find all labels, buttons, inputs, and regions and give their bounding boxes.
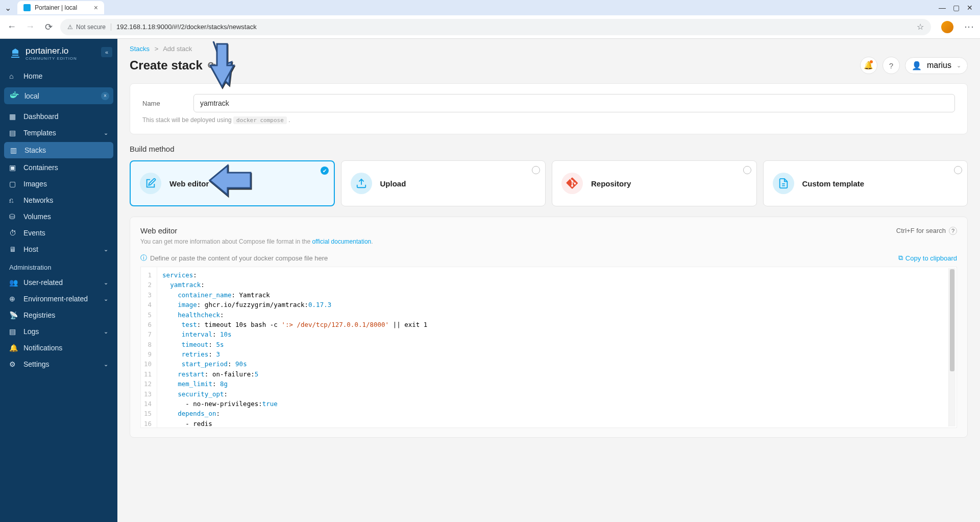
env-close-icon[interactable]: × <box>101 92 109 100</box>
window-controls: — ▢ ✕ <box>932 4 980 12</box>
code-editor[interactable]: 1234567891011121314151617181920 services… <box>140 267 957 428</box>
chevron-down-icon: ⌄ <box>957 62 961 69</box>
main-content: Stacks > Add stack Create stack ⟳ 🔔 ? 👤 … <box>117 39 980 522</box>
sidebar-item-images[interactable]: ▢Images <box>0 176 117 192</box>
sidebar-item-host[interactable]: 🖥Host⌄ <box>0 241 117 257</box>
back-button[interactable]: ← <box>5 20 18 34</box>
scrollbar-thumb[interactable] <box>950 269 954 371</box>
security-indicator[interactable]: ⚠ Not secure <box>67 23 111 31</box>
users-icon: 👥 <box>9 278 17 287</box>
sidebar-item-volumes[interactable]: ⛁Volumes <box>0 208 117 225</box>
editor-help-text: You can get more information about Compo… <box>140 238 957 245</box>
close-window-icon[interactable]: ✕ <box>967 4 973 12</box>
browser-tab[interactable]: Portainer | local × <box>17 1 104 14</box>
sidebar-environment-badge[interactable]: local × <box>4 87 113 104</box>
method-custom-template[interactable]: Custom template <box>763 160 968 206</box>
chevron-down-icon: ⌄ <box>104 279 108 286</box>
help-button[interactable]: ? <box>883 57 900 74</box>
maximize-icon[interactable]: ▢ <box>953 4 960 12</box>
sidebar-item-events[interactable]: ⏱Events <box>0 225 117 241</box>
sidebar-item-containers[interactable]: ▣Containers <box>0 159 117 176</box>
user-icon: 👤 <box>912 61 922 70</box>
portainer-logo-icon <box>9 48 21 60</box>
docker-icon <box>10 91 19 100</box>
notification-dot <box>870 60 873 63</box>
bookmark-star-icon[interactable]: ☆ <box>917 22 924 32</box>
tab-dropdown[interactable]: ⌄ <box>0 3 15 13</box>
chevron-down-icon: ⌄ <box>104 130 108 136</box>
method-title: Repository <box>591 179 631 188</box>
stack-name-input[interactable] <box>193 94 955 112</box>
file-icon <box>773 173 794 194</box>
sidebar-item-settings[interactable]: ⚙Settings⌄ <box>0 356 117 372</box>
copy-to-clipboard-button[interactable]: ⧉ Copy to clipboard <box>898 254 957 262</box>
sidebar-item-home[interactable]: ⌂ Home <box>0 68 117 84</box>
sidebar-item-env-related[interactable]: ⊕Environment-related⌄ <box>0 291 117 307</box>
refresh-icon[interactable]: ⟳ <box>208 60 215 71</box>
chevron-down-icon: ⌄ <box>104 246 108 253</box>
build-method-heading: Build method <box>130 145 968 153</box>
env-name: local <box>24 92 39 100</box>
breadcrumb-current: Add stack <box>163 45 192 53</box>
sidebar-item-logs[interactable]: ▤Logs⌄ <box>0 323 117 340</box>
chevron-down-icon: ⌄ <box>104 328 108 335</box>
reload-button[interactable]: ⟳ <box>42 20 55 34</box>
browser-profile-avatar[interactable] <box>941 21 953 33</box>
git-icon <box>561 173 583 194</box>
user-name: marius <box>927 61 951 70</box>
minimize-icon[interactable]: — <box>939 4 946 12</box>
home-icon: ⌂ <box>9 72 17 80</box>
sidebar-item-registries[interactable]: 📡Registries <box>0 307 117 323</box>
url-input[interactable]: ⚠ Not secure 192.168.1.18:9000/#!/2/dock… <box>60 19 931 35</box>
method-title: Upload <box>380 179 406 188</box>
sidebar-item-dashboard[interactable]: ▦Dashboard <box>0 108 117 125</box>
breadcrumb: Stacks > Add stack <box>117 39 980 55</box>
user-menu[interactable]: 👤 marius ⌄ <box>905 57 968 74</box>
globe-icon: ⊕ <box>9 295 17 303</box>
sidebar-item-templates[interactable]: ▤Templates⌄ <box>0 125 117 141</box>
method-upload[interactable]: Upload <box>341 160 546 206</box>
sidebar-item-networks[interactable]: ⎌Networks <box>0 192 117 208</box>
bell-icon: 🔔 <box>9 344 17 352</box>
code-content[interactable]: services: yamtrack: container_name: Yamt… <box>157 267 957 428</box>
stacks-icon: ▥ <box>10 146 18 154</box>
help-icon: ? <box>889 61 893 70</box>
info-icon: ⓘ <box>140 253 147 263</box>
sidebar-item-notifications[interactable]: 🔔Notifications <box>0 340 117 356</box>
method-web-editor[interactable]: ✔ Web editor <box>130 160 335 206</box>
help-icon[interactable]: ? <box>949 227 957 235</box>
browser-menu-icon[interactable]: ⋮ <box>964 22 975 32</box>
radio-checked-icon: ✔ <box>321 167 329 175</box>
radio-icon <box>954 166 962 174</box>
sidebar-item-stacks[interactable]: ▥Stacks <box>4 142 113 158</box>
radio-icon <box>532 166 540 174</box>
breadcrumb-root[interactable]: Stacks <box>130 45 150 53</box>
browser-address-bar: ← → ⟳ ⚠ Not secure 192.168.1.18:9000/#!/… <box>0 15 980 39</box>
chevron-down-icon: ⌄ <box>104 296 108 302</box>
notifications-button[interactable]: 🔔 <box>860 57 877 74</box>
copy-icon: ⧉ <box>898 254 903 262</box>
url-text: 192.168.1.18:9000/#!/2/docker/stacks/new… <box>116 23 912 31</box>
helper-code: docker compose <box>233 116 287 124</box>
sidebar: portainer.io COMMUNITY EDITION « ⌂ Home … <box>0 39 117 522</box>
annotation-arrow-to-web-editor <box>207 162 253 200</box>
radio-icon: 📡 <box>9 311 17 319</box>
brand-logo[interactable]: portainer.io COMMUNITY EDITION <box>0 39 117 68</box>
name-helper: This stack will be deployed using docker… <box>142 116 955 124</box>
sidebar-collapse-button[interactable]: « <box>101 47 112 57</box>
host-icon: 🖥 <box>9 245 17 253</box>
vertical-scrollbar[interactable] <box>948 268 955 426</box>
method-repository[interactable]: Repository <box>552 160 757 206</box>
warning-icon: ⚠ <box>67 23 73 31</box>
edit-icon <box>140 173 161 194</box>
line-gutter: 1234567891011121314151617181920 <box>141 267 157 428</box>
sidebar-item-user-related[interactable]: 👥User-related⌄ <box>0 274 117 291</box>
chevron-down-icon: ⌄ <box>104 361 108 368</box>
docs-link[interactable]: official documentation <box>312 238 371 245</box>
tab-close-icon[interactable]: × <box>94 4 98 12</box>
editor-placeholder-hint: ⓘ Define or paste the content of your do… <box>140 253 328 263</box>
templates-icon: ▤ <box>9 129 17 137</box>
forward-button[interactable]: → <box>23 20 37 34</box>
build-method-grid: ✔ Web editor Upload <box>130 160 968 206</box>
brand-edition: COMMUNITY EDITION <box>26 56 77 61</box>
